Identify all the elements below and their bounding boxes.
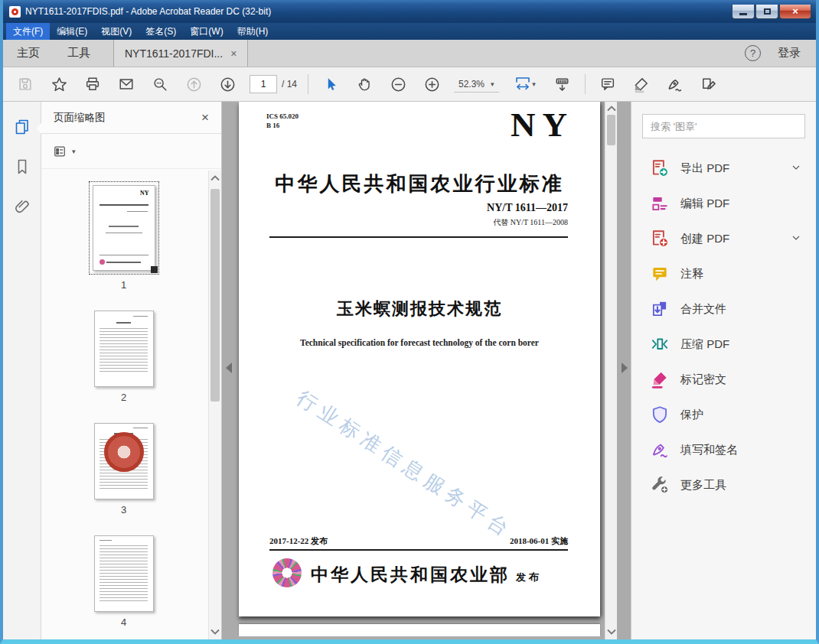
menu-window[interactable]: 窗口(W) <box>183 23 230 40</box>
tool-label: 压缩 PDF <box>680 337 729 352</box>
menu-edit[interactable]: 编辑(E) <box>50 23 94 40</box>
scrollbar-thumb[interactable] <box>210 189 220 402</box>
help-icon[interactable]: ? <box>745 45 761 61</box>
selection-handle[interactable] <box>151 266 158 273</box>
maximize-button[interactable] <box>755 5 778 19</box>
tab-document[interactable]: NYT1611-2017FDI... × <box>113 40 248 67</box>
tab-tools[interactable]: 工具 <box>54 40 104 67</box>
close-icon: × <box>792 5 798 17</box>
zoom-level-value: 52.3% <box>458 79 485 89</box>
menu-help[interactable]: 帮助(H) <box>230 23 276 40</box>
tool-fill-sign[interactable]: 填写和签名 <box>631 432 816 467</box>
document-scrollbar[interactable] <box>605 102 617 639</box>
tab-close-icon[interactable]: × <box>230 47 237 60</box>
tools-panel: 导出 PDF 编辑 PDF 创建 PDF 注释 <box>631 102 816 639</box>
menu-view[interactable]: 视图(V) <box>94 23 139 40</box>
edit-pdf-icon <box>650 194 670 213</box>
bookmarks-tab[interactable] <box>12 157 32 177</box>
current-page-input[interactable] <box>250 75 277 93</box>
thumbnails-scrollbar[interactable] <box>208 171 221 639</box>
scroll-down-icon[interactable] <box>605 626 617 638</box>
fill-sign-pen-icon <box>650 440 670 460</box>
highlight-button[interactable] <box>630 72 653 96</box>
favorites-button[interactable] <box>47 72 70 96</box>
thumbnail-page-1[interactable]: NY 1 <box>89 181 159 291</box>
zoom-in-button[interactable] <box>420 72 443 96</box>
minimize-icon <box>739 13 747 15</box>
window-title: NYT1611-2017FDIS.pdf - Adobe Acrobat Rea… <box>25 6 271 17</box>
previous-page-arrow[interactable] <box>224 359 234 376</box>
scroll-down-icon[interactable] <box>209 626 221 638</box>
minimize-button[interactable] <box>732 5 755 19</box>
paperclip-icon <box>13 197 31 216</box>
scroll-up-icon[interactable] <box>605 102 617 115</box>
tool-comment[interactable]: 注释 <box>631 256 816 291</box>
comment-tool-icon <box>650 264 670 284</box>
tool-redact[interactable]: 标记密文 <box>631 362 816 397</box>
save-button[interactable] <box>14 72 37 96</box>
toolbar: / 14 52.3% ▾ ▾ <box>3 67 816 102</box>
tools-search-input[interactable] <box>643 121 804 132</box>
thumbnails-options-button[interactable]: ▾ <box>41 134 221 169</box>
tab-home[interactable]: 主页 <box>3 40 54 67</box>
chevron-down-icon[interactable] <box>790 232 802 246</box>
document-area[interactable]: ICS 65.020 B 16 NY 中华人民共和国农业行业标准 NY/T 16… <box>222 102 631 639</box>
chevron-down-icon: ▾ <box>491 80 494 88</box>
menu-sign[interactable]: 签名(S) <box>139 23 183 40</box>
tool-label: 保护 <box>680 408 703 422</box>
thumbnail-number: 2 <box>121 392 126 403</box>
thumbnail-image-4 <box>94 535 154 612</box>
scrollbar-thumb[interactable] <box>607 115 615 145</box>
hand-tool-button[interactable] <box>353 72 376 96</box>
fill-sign-button[interactable] <box>664 72 687 96</box>
combine-files-icon <box>650 299 670 319</box>
search-button[interactable] <box>148 72 171 96</box>
fit-width-button[interactable]: ▾ <box>510 72 540 96</box>
toolbar-separator <box>585 74 586 94</box>
pdf-page-2-partial[interactable] <box>239 624 600 636</box>
zoom-level-dropdown[interactable]: 52.3% ▾ <box>454 76 499 93</box>
tool-protect[interactable]: 保护 <box>631 397 816 432</box>
more-tools-button[interactable] <box>697 72 720 96</box>
comment-button[interactable] <box>596 72 619 96</box>
document-title-cn: 玉米螟测报技术规范 <box>239 298 600 320</box>
email-button[interactable] <box>115 72 138 96</box>
divider-rule <box>269 549 568 551</box>
title-bar[interactable]: NYT1611-2017FDIS.pdf - Adobe Acrobat Rea… <box>3 0 816 23</box>
tool-combine-files[interactable]: 合并文件 <box>631 291 816 327</box>
tools-search-box[interactable] <box>642 114 805 138</box>
close-button[interactable]: × <box>779 5 811 19</box>
panel-close-icon[interactable]: × <box>201 110 209 125</box>
zoom-out-button[interactable] <box>387 72 410 96</box>
page-display-button[interactable] <box>551 72 574 96</box>
menu-file[interactable]: 文件(F) <box>6 23 50 40</box>
pdf-page-1[interactable]: ICS 65.020 B 16 NY 中华人民共和国农业行业标准 NY/T 16… <box>239 102 600 616</box>
next-page-button[interactable] <box>216 72 239 96</box>
tool-compress-pdf[interactable]: 压缩 PDF <box>631 327 816 362</box>
replaces-note: 代替 NY/T 1611—2008 <box>493 217 568 228</box>
thumbnail-page-2[interactable]: 2 <box>94 311 154 403</box>
thumbnail-image-1: NY <box>93 185 155 271</box>
thumbnail-page-3[interactable]: 3 <box>94 423 154 516</box>
tool-more-tools[interactable]: 更多工具 <box>631 467 816 503</box>
tool-edit-pdf[interactable]: 编辑 PDF <box>631 186 816 221</box>
next-page-arrow[interactable] <box>619 359 630 376</box>
tool-label: 填写和签名 <box>680 443 738 457</box>
red-seal <box>104 432 144 472</box>
print-button[interactable] <box>81 72 104 96</box>
scroll-up-icon[interactable] <box>209 172 221 184</box>
attachments-tab[interactable] <box>12 197 32 216</box>
sign-in-button[interactable]: 登录 <box>778 46 801 60</box>
arrow-right-icon <box>621 362 628 374</box>
thumbnail-page-4[interactable]: 4 <box>94 535 154 628</box>
redact-icon <box>650 369 670 389</box>
save-icon <box>17 76 34 93</box>
previous-page-button[interactable] <box>182 72 205 96</box>
select-tool-button[interactable] <box>319 72 342 96</box>
page-thumbnails-tab[interactable] <box>12 117 32 137</box>
page-down-icon <box>219 76 237 93</box>
tool-create-pdf[interactable]: 创建 PDF <box>631 221 816 256</box>
tool-export-pdf[interactable]: 导出 PDF <box>631 151 816 186</box>
chevron-down-icon[interactable] <box>790 161 802 176</box>
thumbnail-selection: NY <box>89 181 159 275</box>
